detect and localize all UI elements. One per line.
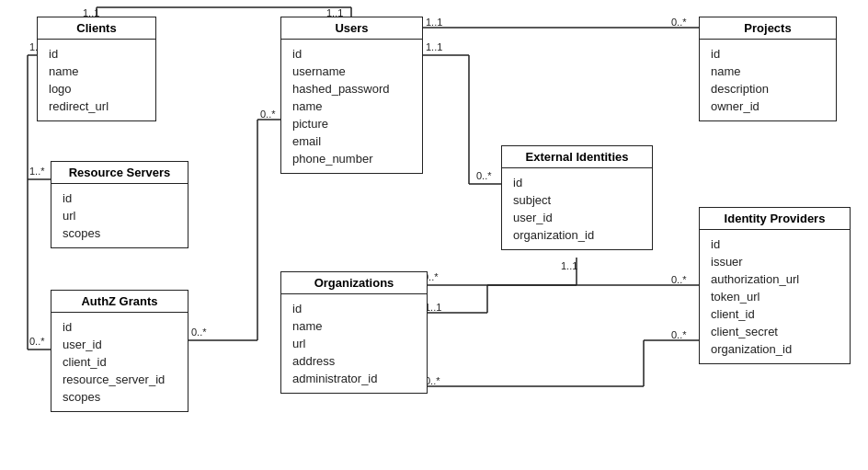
label-ag-users: 0..* bbox=[260, 109, 276, 120]
org-field-id: id bbox=[292, 300, 416, 317]
entity-clients-body: id name logo redirect_url bbox=[38, 40, 155, 120]
ag-field-rsid: resource_server_id bbox=[63, 371, 177, 388]
users-field-username: username bbox=[292, 63, 411, 80]
users-field-id: id bbox=[292, 45, 411, 63]
entity-org-title: Organizations bbox=[281, 272, 427, 294]
ei-field-userid: user_id bbox=[513, 209, 641, 226]
entity-clients: Clients id name logo redirect_url bbox=[37, 17, 156, 121]
org-field-admin: administrator_id bbox=[292, 370, 416, 387]
idp-field-clientid: client_id bbox=[711, 305, 839, 323]
entity-authz-grants: AuthZ Grants id user_id client_id resour… bbox=[51, 290, 188, 412]
users-field-picture: picture bbox=[292, 115, 411, 132]
label-ag-right: 0..* bbox=[191, 327, 207, 338]
idp-field-authurl: authorization_url bbox=[711, 270, 839, 288]
entity-external-identities: External Identities id subject user_id o… bbox=[501, 145, 653, 250]
entity-users-title: Users bbox=[281, 17, 422, 40]
ei-field-orgid: organization_id bbox=[513, 226, 641, 244]
idp-field-id: id bbox=[711, 235, 839, 253]
users-field-name: name bbox=[292, 97, 411, 115]
label-ext-users2: 0..* bbox=[476, 170, 492, 181]
entity-resource-servers: Resource Servers id url scopes bbox=[51, 161, 188, 248]
projects-field-name: name bbox=[711, 63, 825, 80]
entity-org-body: id name url address administrator_id bbox=[281, 294, 427, 393]
entity-projects-title: Projects bbox=[700, 17, 836, 40]
label-org-idp4: 0..* bbox=[671, 329, 687, 340]
entity-projects-body: id name description owner_id bbox=[700, 40, 836, 120]
entity-rs-body: id url scopes bbox=[51, 184, 188, 247]
users-field-password: hashed_password bbox=[292, 80, 411, 97]
idp-field-clientsecret: client_secret bbox=[711, 323, 839, 340]
label-proj-users: 0..* bbox=[671, 17, 687, 28]
label-ag-left: 0..* bbox=[29, 336, 45, 347]
label-org-idp2: 0..* bbox=[671, 274, 687, 285]
entity-projects: Projects id name description owner_id bbox=[699, 17, 837, 121]
label-users-proj: 1..1 bbox=[426, 17, 442, 28]
ag-field-clientid: client_id bbox=[63, 353, 177, 371]
idp-field-issuer: issuer bbox=[711, 253, 839, 270]
ag-field-scopes: scopes bbox=[63, 388, 177, 406]
ag-field-userid: user_id bbox=[63, 336, 177, 353]
entity-ag-body: id user_id client_id resource_server_id … bbox=[51, 313, 188, 411]
entity-ag-title: AuthZ Grants bbox=[51, 291, 188, 313]
entity-rs-title: Resource Servers bbox=[51, 162, 188, 184]
org-field-address: address bbox=[292, 352, 416, 370]
label-users-ext: 1..1 bbox=[426, 41, 442, 52]
entity-ei-body: id subject user_id organization_id bbox=[502, 168, 652, 249]
projects-field-ownerid: owner_id bbox=[711, 97, 825, 115]
clients-field-logo: logo bbox=[49, 80, 144, 97]
clients-field-name: name bbox=[49, 63, 144, 80]
clients-field-id: id bbox=[49, 45, 144, 63]
users-field-email: email bbox=[292, 132, 411, 150]
projects-field-id: id bbox=[711, 45, 825, 63]
ei-field-id: id bbox=[513, 174, 641, 191]
ag-field-id: id bbox=[63, 318, 177, 336]
entity-clients-title: Clients bbox=[38, 17, 155, 40]
idp-field-tokenurl: token_url bbox=[711, 288, 839, 305]
rs-field-url: url bbox=[63, 207, 177, 224]
entity-users-body: id username hashed_password name picture… bbox=[281, 40, 422, 173]
label-rs-left: 1..* bbox=[29, 166, 45, 177]
rs-field-scopes: scopes bbox=[63, 224, 177, 242]
rs-field-id: id bbox=[63, 189, 177, 207]
projects-field-desc: description bbox=[711, 80, 825, 97]
entity-organizations: Organizations id name url address admini… bbox=[280, 271, 428, 394]
org-field-url: url bbox=[292, 335, 416, 352]
entity-idp-title: Identity Providers bbox=[700, 208, 850, 230]
users-field-phone: phone_number bbox=[292, 150, 411, 167]
ei-field-subject: subject bbox=[513, 191, 641, 209]
label-ei-org1: 1..1 bbox=[561, 260, 577, 271]
idp-field-orgid: organization_id bbox=[711, 340, 839, 358]
org-field-name: name bbox=[292, 317, 416, 335]
entity-idp-body: id issuer authorization_url token_url cl… bbox=[700, 230, 850, 363]
entity-ei-title: External Identities bbox=[502, 146, 652, 168]
entity-users: Users id username hashed_password name p… bbox=[280, 17, 423, 174]
clients-field-redirect: redirect_url bbox=[49, 97, 144, 115]
erd-diagram: 1..1 1..1 1..* 1..* 0..* 1..1 0..* 1..1 … bbox=[0, 0, 868, 470]
entity-identity-providers: Identity Providers id issuer authorizati… bbox=[699, 207, 851, 364]
